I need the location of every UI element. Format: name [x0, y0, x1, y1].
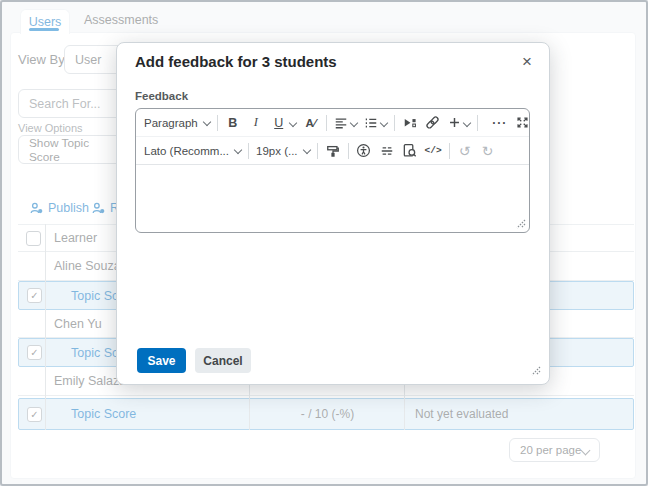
chevron-down-icon	[202, 117, 210, 125]
toolbar-divider	[217, 115, 218, 131]
plus-icon	[448, 116, 461, 129]
editor-content-area[interactable]	[136, 165, 529, 233]
resize-grip-icon	[531, 366, 541, 376]
font-size-dropdown[interactable]: 19px (...	[256, 145, 310, 157]
accessibility-checker-icon	[356, 143, 371, 158]
bullet-list-icon	[364, 116, 378, 130]
undo-button[interactable]: ↺	[457, 141, 473, 161]
insert-line-button[interactable]	[379, 141, 395, 161]
alignment-dropdown[interactable]	[334, 116, 357, 130]
link-icon	[425, 115, 440, 130]
format-painter-button[interactable]	[325, 141, 341, 161]
add-feedback-modal: Add feedback for 3 students × Feedback P…	[116, 42, 550, 385]
list-dropdown[interactable]	[364, 116, 387, 130]
resize-grip-icon	[516, 219, 526, 229]
close-icon: ×	[522, 52, 532, 71]
source-code-button[interactable]: </>	[425, 141, 442, 161]
toolbar-divider	[326, 115, 327, 131]
chevron-down-icon	[288, 118, 296, 126]
cancel-button[interactable]: Cancel	[195, 348, 251, 373]
undo-icon: ↺	[459, 143, 471, 159]
paragraph-format-value: Paragraph	[144, 117, 198, 129]
redo-icon: ↻	[482, 143, 494, 159]
chevron-down-icon	[349, 118, 357, 126]
chevron-down-icon	[379, 118, 387, 126]
chevron-down-icon	[234, 145, 242, 153]
font-family-dropdown[interactable]: Lato (Recomm...	[144, 145, 241, 157]
feedback-field-label: Feedback	[135, 90, 188, 102]
paragraph-format-dropdown[interactable]: Paragraph	[144, 117, 210, 129]
toolbar-divider	[477, 115, 478, 131]
toolbar-divider	[394, 115, 395, 131]
preview-button[interactable]	[402, 141, 418, 161]
close-button[interactable]: ×	[518, 49, 536, 74]
insert-quicklink-button[interactable]	[425, 113, 441, 133]
accessibility-checker-button[interactable]	[356, 141, 372, 161]
save-button[interactable]: Save	[137, 348, 186, 373]
toolbar-divider	[449, 143, 450, 159]
italic-button[interactable]: I	[248, 113, 264, 133]
modal-title: Add feedback for 3 students	[135, 53, 337, 70]
bold-button[interactable]: B	[225, 113, 241, 133]
toolbar-divider	[248, 143, 249, 159]
toolbar-divider	[317, 143, 318, 159]
insert-line-icon	[380, 144, 394, 158]
more-actions-button[interactable]: ···	[492, 113, 508, 133]
redo-button[interactable]: ↻	[480, 141, 496, 161]
rich-text-editor: Paragraph B I U A∕	[135, 108, 530, 233]
font-color-button[interactable]: A∕	[303, 113, 319, 133]
insert-stuff-button[interactable]	[402, 113, 418, 133]
fullscreen-icon	[516, 116, 529, 129]
format-painter-icon	[326, 144, 340, 158]
underline-button: U	[271, 113, 287, 133]
font-family-value: Lato (Recomm...	[144, 145, 229, 157]
underline-dropdown[interactable]: U	[271, 113, 296, 133]
insert-stuff-icon	[403, 116, 417, 130]
app-window: Users Assessments View By: User Search F…	[0, 0, 648, 486]
modal-resize-handle[interactable]	[531, 366, 541, 376]
editor-toolbar-row-1: Paragraph B I U A∕	[136, 109, 529, 137]
toolbar-divider	[348, 143, 349, 159]
align-left-icon	[334, 116, 348, 130]
insert-more-dropdown[interactable]	[448, 116, 470, 129]
fullscreen-button[interactable]	[515, 113, 530, 133]
editor-resize-handle[interactable]	[516, 219, 526, 229]
editor-toolbar-row-2: Lato (Recomm... 19px (...	[136, 137, 529, 165]
chevron-down-icon	[302, 145, 310, 153]
preview-icon	[402, 143, 417, 158]
font-size-value: 19px (...	[256, 145, 298, 157]
chevron-down-icon	[462, 118, 470, 126]
